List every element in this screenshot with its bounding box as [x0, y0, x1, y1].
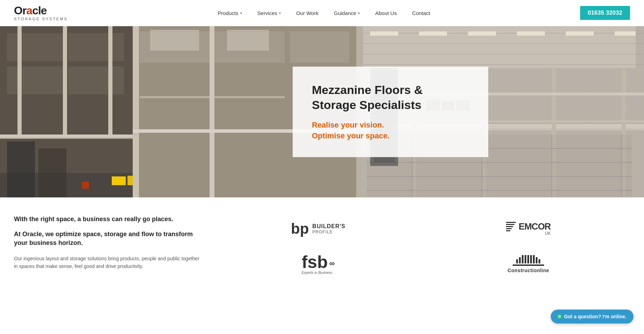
partner-logos: bp BUILDER'S PROFILE [217, 215, 630, 278]
fsb-tagline: Experts in Business [302, 271, 332, 275]
svg-rect-9 [63, 26, 67, 135]
svg-rect-27 [215, 96, 285, 98]
nav-products[interactable]: Products ▾ [210, 0, 249, 26]
nav-about-us[interactable]: About Us [367, 0, 404, 26]
phone-button[interactable]: 01635 32032 [580, 6, 630, 20]
svg-rect-19 [215, 31, 285, 63]
svg-rect-42 [419, 31, 447, 36]
svg-rect-24 [227, 30, 269, 51]
svg-rect-46 [615, 31, 636, 36]
services-chevron-icon: ▾ [279, 11, 281, 15]
cl-base [513, 264, 544, 266]
svg-rect-29 [363, 26, 636, 68]
svg-rect-7 [0, 137, 133, 139]
emcor-text-block: EMCOR UK [519, 222, 551, 236]
cl-pillars-icon [516, 255, 540, 263]
svg-rect-15 [127, 176, 140, 185]
svg-rect-2 [7, 33, 63, 61]
below-hero-section: With the right space, a business can rea… [0, 197, 644, 296]
nav-our-work[interactable]: Our Work [288, 0, 326, 26]
svg-rect-6 [0, 135, 133, 137]
bp-text-block: BUILDER'S PROFILE [312, 223, 345, 234]
fsb-text: fsb [302, 253, 328, 271]
logo-wordmark: Oracle [14, 5, 47, 16]
svg-rect-14 [112, 176, 126, 185]
nav-services[interactable]: Services ▾ [250, 0, 289, 26]
svg-rect-22 [210, 26, 214, 197]
svg-rect-4 [7, 66, 63, 94]
below-text-block: With the right space, a business can rea… [14, 215, 203, 278]
logo-subtitle: Storage Systems [14, 17, 68, 21]
main-nav: Products ▾ Services ▾ Our Work Guidance … [210, 0, 438, 26]
builders-profile-logo: bp BUILDER'S PROFILE [217, 215, 420, 243]
svg-rect-18 [140, 31, 210, 63]
svg-rect-20 [290, 31, 349, 63]
svg-rect-1 [0, 26, 133, 197]
svg-rect-3 [68, 33, 124, 61]
guidance-chevron-icon: ▾ [358, 11, 360, 15]
hero-card: Mezzanine Floors & Storage Specialists R… [293, 67, 488, 157]
svg-rect-12 [7, 141, 35, 197]
svg-rect-45 [566, 31, 594, 36]
svg-rect-10 [108, 26, 112, 135]
emcor-logo: EMCOR UK [427, 215, 630, 243]
tagline-2: At Oracle, we optimize space, storage an… [14, 230, 203, 247]
svg-rect-21 [133, 26, 139, 197]
svg-rect-41 [370, 31, 398, 36]
body-paragraph: Our ingenious layout and storage solutio… [14, 255, 203, 270]
svg-rect-44 [517, 31, 545, 36]
bp-monogram: bp [291, 222, 309, 236]
fsb-symbol: ∞ [329, 259, 335, 268]
hero-title: Mezzanine Floors & Storage Specialists [312, 82, 469, 112]
logo[interactable]: Oracle Storage Systems [14, 5, 68, 21]
nav-contact[interactable]: Contact [404, 0, 438, 26]
svg-rect-23 [150, 30, 199, 51]
tagline-1: With the right space, a business can rea… [14, 215, 203, 224]
svg-rect-26 [140, 96, 210, 98]
svg-rect-39 [552, 68, 556, 197]
site-header: Oracle Storage Systems Products ▾ Servic… [0, 0, 644, 26]
svg-rect-40 [622, 68, 626, 197]
hero-subtitle: Realise your vision. Optimise your space… [312, 120, 469, 141]
svg-rect-5 [68, 66, 124, 94]
svg-rect-13 [38, 148, 66, 197]
svg-rect-8 [17, 26, 22, 135]
products-chevron-icon: ▾ [240, 11, 242, 15]
hero-section: Mezzanine Floors & Storage Specialists R… [0, 26, 644, 197]
emcor-lines-icon [506, 222, 516, 231]
svg-rect-16 [82, 182, 89, 189]
constructionline-logo: Constructionline [427, 250, 630, 278]
svg-rect-11 [0, 173, 133, 197]
cl-text-label: Constructionline [507, 268, 549, 273]
nav-guidance[interactable]: Guidance ▾ [326, 0, 367, 26]
fsb-logo: fsb ∞ Experts in Business [217, 250, 420, 278]
svg-rect-43 [468, 31, 496, 36]
